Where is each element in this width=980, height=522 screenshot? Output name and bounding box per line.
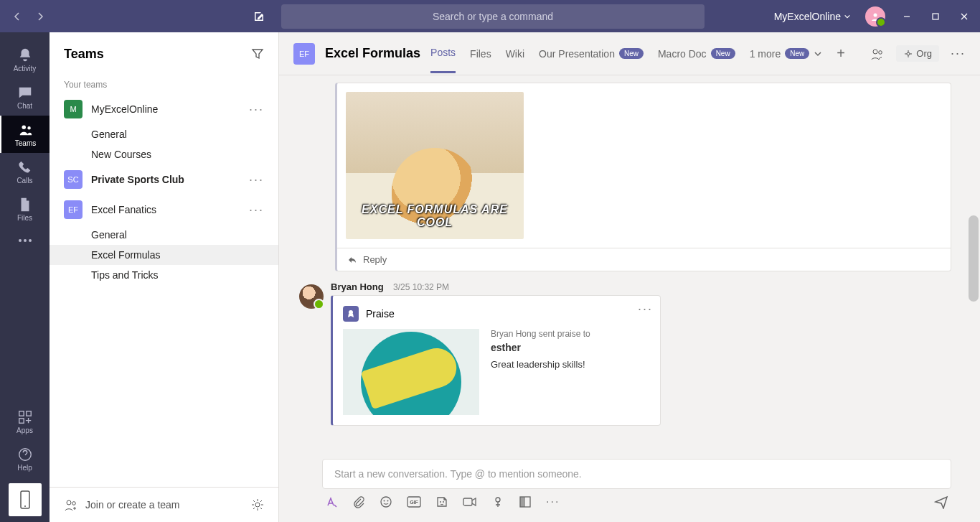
tab-wiki[interactable]: Wiki (506, 35, 524, 73)
rail-apps[interactable]: Apps (0, 403, 50, 440)
svg-point-12 (24, 505, 26, 507)
channel-tips-tricks[interactable]: Tips and Tricks (50, 265, 278, 285)
svg-text:GIF: GIF (410, 500, 418, 505)
svg-point-15 (255, 503, 260, 507)
meme-image[interactable]: EXCEL FORMULAS ARE COOL (346, 92, 524, 239)
svg-rect-30 (520, 497, 525, 507)
emoji-icon[interactable] (380, 495, 392, 508)
svg-point-4 (19, 239, 22, 242)
account-name: MyExcelOnline (774, 11, 841, 22)
settings-icon[interactable] (251, 498, 264, 511)
channel-excel-formulas[interactable]: Excel Formulas (50, 245, 278, 265)
window-minimize[interactable] (900, 9, 914, 24)
channel-general-meo[interactable]: General (50, 124, 278, 144)
team-more-icon[interactable]: ··· (249, 102, 264, 117)
praise-more-icon[interactable]: ··· (638, 302, 653, 317)
svg-rect-7 (19, 411, 23, 415)
svg-point-0 (874, 13, 877, 17)
rail-teams[interactable]: Teams (0, 116, 50, 153)
svg-point-6 (29, 239, 32, 242)
team-more-icon[interactable]: ··· (249, 202, 264, 218)
titlebar: Search or type a command MyExcelOnline (0, 0, 980, 32)
reply-button[interactable]: Reply (337, 248, 951, 271)
app-rail: Activity Chat Teams Calls Files Apps Hel (0, 32, 50, 522)
tab-posts[interactable]: Posts (430, 34, 456, 73)
search-input[interactable]: Search or type a command (281, 4, 705, 29)
tab-files[interactable]: Files (470, 35, 491, 73)
svg-rect-8 (26, 411, 30, 415)
svg-point-26 (443, 501, 444, 503)
praise-image (343, 329, 479, 415)
compose-area: Start a new conversation. Type @ to ment… (279, 455, 980, 522)
svg-point-18 (907, 52, 910, 55)
teams-panel: Teams Your teams M MyExcelOnline ··· Gen… (50, 32, 279, 522)
send-icon[interactable] (934, 495, 948, 509)
post-time: 3/25 10:32 PM (393, 282, 449, 292)
your-teams-label: Your teams (50, 75, 278, 94)
compose-input[interactable]: Start a new conversation. Type @ to ment… (322, 459, 951, 489)
teams-title: Teams (64, 47, 104, 62)
messages-area: chibird EXCEL FORMULAS ARE COOL Reply Br… (279, 75, 980, 455)
post-author-avatar[interactable] (299, 284, 324, 309)
scrollbar[interactable] (969, 215, 979, 302)
svg-point-14 (72, 502, 76, 505)
rail-files[interactable]: Files (0, 190, 50, 228)
praise-message: Great leadership skills! (491, 359, 590, 370)
rail-help[interactable]: Help (0, 440, 50, 477)
add-tab-icon[interactable]: + (837, 45, 845, 62)
extension-icon[interactable] (519, 495, 532, 508)
sticker-icon[interactable] (435, 495, 448, 508)
svg-point-3 (27, 126, 30, 129)
team-more-icon[interactable]: ··· (249, 172, 264, 187)
team-myexcelonline[interactable]: M MyExcelOnline ··· (50, 94, 278, 124)
window-close[interactable] (957, 9, 971, 24)
window-restore[interactable] (928, 9, 943, 24)
meet-now-icon[interactable] (463, 496, 477, 508)
format-icon[interactable] (325, 495, 338, 508)
praise-recipient: esther (491, 342, 590, 353)
tab-macro-doc[interactable]: Macro DocNew (658, 35, 735, 73)
svg-rect-1 (933, 14, 938, 19)
user-avatar[interactable] (865, 6, 885, 27)
rail-mobile[interactable] (9, 483, 42, 516)
praise-to: Bryan Hong sent praise to (491, 329, 590, 339)
message-meme: chibird EXCEL FORMULAS ARE COOL Reply (335, 83, 951, 271)
account-menu[interactable]: MyExcelOnline (774, 11, 851, 22)
rail-activity[interactable]: Activity (0, 41, 50, 78)
team-private-sports[interactable]: SC Private Sports Club ··· (50, 164, 278, 195)
attach-icon[interactable] (352, 495, 365, 508)
gif-icon[interactable]: GIF (407, 496, 421, 508)
new-message-icon[interactable] (248, 6, 270, 27)
compose-more-icon[interactable]: ··· (546, 495, 560, 508)
join-create-label[interactable]: Join or create a team (85, 499, 180, 511)
channel-title: Excel Formulas (325, 46, 420, 61)
filter-icon[interactable] (251, 47, 264, 60)
nav-back[interactable] (9, 8, 26, 25)
svg-point-25 (440, 501, 441, 503)
svg-point-16 (873, 50, 877, 54)
channel-new-courses[interactable]: New Courses (50, 144, 278, 164)
channel-more-icon[interactable]: ··· (951, 46, 966, 61)
tab-presentation[interactable]: Our PresentationNew (539, 35, 644, 73)
svg-rect-9 (19, 418, 23, 422)
channel-general-ef[interactable]: General (50, 225, 278, 245)
stream-icon[interactable] (491, 495, 504, 508)
svg-point-2 (22, 125, 26, 129)
org-button[interactable]: Org (896, 45, 939, 62)
join-create-icon[interactable] (64, 498, 78, 512)
tab-more[interactable]: 1 moreNew (750, 35, 823, 73)
post-author: Bryan Hong (331, 281, 384, 292)
praise-card: ··· Praise Bryan Hong sent praise to (331, 295, 661, 426)
svg-point-28 (496, 498, 500, 502)
rail-calls[interactable]: Calls (0, 153, 50, 190)
nav-forward[interactable] (32, 8, 49, 25)
svg-point-13 (67, 500, 71, 505)
svg-point-17 (879, 50, 882, 54)
team-avatar: EF (64, 200, 83, 219)
team-excel-fanatics[interactable]: EF Excel Fanatics ··· (50, 195, 278, 225)
team-members-icon[interactable] (870, 47, 885, 61)
rail-more[interactable] (0, 228, 50, 253)
svg-point-21 (384, 500, 385, 502)
rail-chat[interactable]: Chat (0, 78, 50, 116)
channel-avatar: EF (293, 43, 315, 65)
